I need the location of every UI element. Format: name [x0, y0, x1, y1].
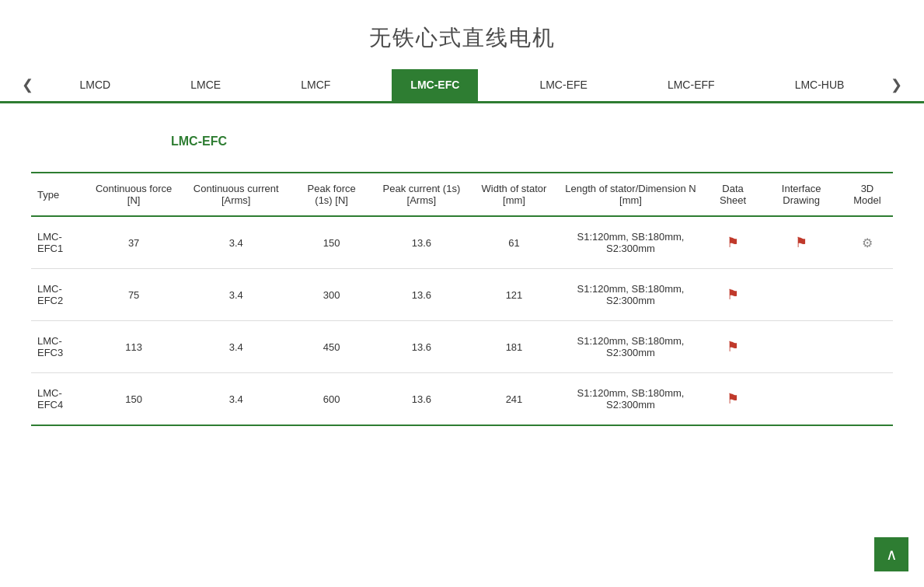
tabs-list: LMCDLMCELMCFLMC-EFCLMC-EFELMC-EFFLMC-HUB — [40, 69, 884, 100]
tab-lmc-eff[interactable]: LMC-EFF — [649, 69, 734, 103]
tab-lmc-efe[interactable]: LMC-EFE — [521, 69, 605, 103]
cell-peak-current: 13.6 — [371, 216, 472, 269]
cell-length-stator: S1:120mm, SB:180mm, S2:300mm — [556, 269, 705, 321]
cell-width-stator: 121 — [472, 269, 556, 321]
col-header-cont_force: Continuous force [N] — [87, 173, 180, 216]
table-header-row: TypeContinuous force [N]Continuous curre… — [31, 173, 893, 216]
interface-pdf-icon[interactable]: ⚑ — [795, 235, 807, 250]
cell-type: LMC-EFC1 — [31, 216, 87, 269]
col-header-data_sheet: Data Sheet — [705, 173, 761, 216]
cell-cont-current: 3.4 — [180, 216, 291, 269]
cell-cont-current: 3.4 — [180, 321, 291, 373]
pdf-icon[interactable]: ⚑ — [727, 235, 739, 250]
col-header-peak_current: Peak current (1s) [Arms] — [371, 173, 472, 216]
cell-peak-force: 150 — [291, 216, 371, 269]
cell-length-stator: S1:120mm, SB:180mm, S2:300mm — [556, 216, 705, 269]
pdf-icon[interactable]: ⚑ — [727, 287, 739, 302]
cell-peak-current: 13.6 — [371, 269, 472, 321]
section-title: LMC-EFC — [171, 135, 893, 148]
cell-data-sheet[interactable]: ⚑ — [705, 321, 761, 373]
tab-arrow-left[interactable]: ❮ — [16, 68, 40, 101]
cell-width-stator: 241 — [472, 373, 556, 426]
cell-data-sheet[interactable]: ⚑ — [705, 216, 761, 269]
tab-arrow-right[interactable]: ❯ — [884, 68, 908, 101]
content-area: LMC-EFC TypeContinuous force [N]Continuo… — [0, 103, 924, 492]
col-header-type: Type — [31, 173, 87, 216]
cell-interface-drawing — [761, 321, 842, 373]
cell-data-sheet[interactable]: ⚑ — [705, 373, 761, 426]
table-row: LMC-EFC41503.460013.6241S1:120mm, SB:180… — [31, 373, 893, 426]
table-row: LMC-EFC2753.430013.6121S1:120mm, SB:180m… — [31, 269, 893, 321]
cell-3d-model — [842, 269, 893, 321]
cell-3d-model — [842, 373, 893, 426]
pdf-icon[interactable]: ⚑ — [727, 391, 739, 407]
cell-3d-model[interactable]: ⚙ — [842, 216, 893, 269]
tab-lmcf[interactable]: LMCF — [282, 69, 349, 103]
cell-data-sheet[interactable]: ⚑ — [705, 269, 761, 321]
cell-cont-current: 3.4 — [180, 269, 291, 321]
cell-peak-current: 13.6 — [371, 373, 472, 426]
cell-peak-force: 300 — [291, 269, 371, 321]
cell-interface-drawing — [761, 373, 842, 426]
tab-lmce[interactable]: LMCE — [172, 69, 239, 103]
cell-peak-current: 13.6 — [371, 321, 472, 373]
cell-cont-current: 3.4 — [180, 373, 291, 426]
table-row: LMC-EFC1373.415013.661S1:120mm, SB:180mm… — [31, 216, 893, 269]
table-row: LMC-EFC31133.445013.6181S1:120mm, SB:180… — [31, 321, 893, 373]
cell-length-stator: S1:120mm, SB:180mm, S2:300mm — [556, 321, 705, 373]
table-body: LMC-EFC1373.415013.661S1:120mm, SB:180mm… — [31, 216, 893, 425]
col-header-peak_force: Peak force (1s) [N] — [291, 173, 371, 216]
tabs-container: ❮ LMCDLMCELMCFLMC-EFCLMC-EFELMC-EFFLMC-H… — [0, 68, 924, 103]
cell-type: LMC-EFC4 — [31, 373, 87, 426]
col-header-width_stator: Width of stator [mm] — [472, 173, 556, 216]
col-header-model_3d: 3D Model — [842, 173, 893, 216]
tab-lmc-hub[interactable]: LMC-HUB — [776, 69, 863, 103]
data-table: TypeContinuous force [N]Continuous curre… — [31, 172, 893, 426]
cell-width-stator: 61 — [472, 216, 556, 269]
cell-cont-force: 113 — [87, 321, 180, 373]
cell-cont-force: 37 — [87, 216, 180, 269]
3d-model-icon[interactable]: ⚙ — [862, 236, 873, 250]
cell-cont-force: 75 — [87, 269, 180, 321]
cell-interface-drawing — [761, 269, 842, 321]
cell-peak-force: 600 — [291, 373, 371, 426]
col-header-cont_current: Continuous current [Arms] — [180, 173, 291, 216]
tab-lmc-efc[interactable]: LMC-EFC — [392, 69, 478, 103]
tab-lmcd[interactable]: LMCD — [61, 69, 130, 103]
col-header-interface_drawing: Interface Drawing — [761, 173, 842, 216]
col-header-length_stator: Length of stator/Dimension N [mm] — [556, 173, 705, 216]
cell-length-stator: S1:120mm, SB:180mm, S2:300mm — [556, 373, 705, 426]
cell-width-stator: 181 — [472, 321, 556, 373]
cell-cont-force: 150 — [87, 373, 180, 426]
cell-type: LMC-EFC2 — [31, 269, 87, 321]
cell-peak-force: 450 — [291, 321, 371, 373]
cell-type: LMC-EFC3 — [31, 321, 87, 373]
cell-3d-model — [842, 321, 893, 373]
pdf-icon[interactable]: ⚑ — [727, 339, 739, 355]
cell-interface-drawing[interactable]: ⚑ — [761, 216, 842, 269]
page-title: 无铁心式直线电机 — [0, 0, 924, 68]
